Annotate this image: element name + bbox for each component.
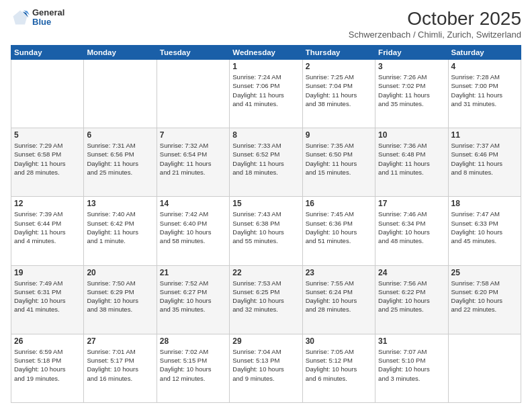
day-info: Sunrise: 7:55 AM Sunset: 6:24 PM Dayligh…	[306, 279, 372, 314]
logo-general-text: General	[32, 8, 64, 17]
day-number: 12	[14, 199, 81, 208]
calendar-cell: 12Sunrise: 7:39 AM Sunset: 6:44 PM Dayli…	[11, 197, 84, 265]
day-number: 17	[378, 199, 445, 208]
col-header-wednesday: Wednesday	[230, 46, 302, 60]
day-number: 4	[451, 62, 518, 71]
calendar-cell: 30Sunrise: 7:05 AM Sunset: 5:12 PM Dayli…	[302, 334, 375, 402]
day-number: 21	[160, 268, 226, 277]
day-number: 31	[378, 336, 445, 346]
col-header-monday: Monday	[84, 46, 157, 60]
day-info: Sunrise: 7:47 AM Sunset: 6:33 PM Dayligh…	[451, 210, 518, 245]
month-title: October 2025	[349, 8, 521, 30]
title-block: October 2025 Schwerzenbach / Chimli, Zur…	[349, 8, 521, 40]
day-info: Sunrise: 7:28 AM Sunset: 7:00 PM Dayligh…	[451, 73, 518, 108]
day-info: Sunrise: 7:53 AM Sunset: 6:25 PM Dayligh…	[232, 279, 299, 314]
calendar-cell: 13Sunrise: 7:40 AM Sunset: 6:42 PM Dayli…	[84, 197, 157, 265]
col-header-thursday: Thursday	[302, 46, 375, 60]
day-number: 29	[232, 336, 299, 346]
calendar-cell	[11, 60, 84, 128]
calendar-cell: 19Sunrise: 7:49 AM Sunset: 6:31 PM Dayli…	[11, 265, 84, 334]
day-number: 6	[87, 130, 153, 140]
day-number: 3	[378, 62, 445, 71]
day-info: Sunrise: 7:29 AM Sunset: 6:58 PM Dayligh…	[14, 141, 81, 177]
calendar-cell: 28Sunrise: 7:02 AM Sunset: 5:15 PM Dayli…	[157, 334, 229, 402]
calendar-header-row: SundayMondayTuesdayWednesdayThursdayFrid…	[11, 46, 521, 60]
calendar-cell: 8Sunrise: 7:33 AM Sunset: 6:52 PM Daylig…	[230, 128, 302, 197]
day-number: 28	[160, 336, 226, 346]
day-info: Sunrise: 7:58 AM Sunset: 6:20 PM Dayligh…	[451, 279, 518, 314]
calendar-cell: 3Sunrise: 7:26 AM Sunset: 7:02 PM Daylig…	[375, 60, 448, 128]
page: General Blue October 2025 Schwerzenbach …	[0, 0, 532, 411]
day-number: 24	[378, 268, 445, 277]
day-number: 25	[451, 268, 518, 277]
col-header-saturday: Saturday	[448, 46, 521, 60]
day-number: 11	[451, 130, 518, 140]
calendar-cell: 11Sunrise: 7:37 AM Sunset: 6:46 PM Dayli…	[448, 128, 521, 197]
day-number: 20	[87, 268, 153, 277]
day-number: 14	[160, 199, 226, 208]
calendar-cell: 18Sunrise: 7:47 AM Sunset: 6:33 PM Dayli…	[448, 197, 521, 265]
day-number: 10	[378, 130, 445, 140]
calendar-cell: 4Sunrise: 7:28 AM Sunset: 7:00 PM Daylig…	[448, 60, 521, 128]
day-number: 16	[306, 199, 372, 208]
day-info: Sunrise: 7:04 AM Sunset: 5:13 PM Dayligh…	[232, 347, 299, 383]
day-number: 26	[14, 336, 81, 346]
day-number: 9	[306, 130, 372, 140]
day-info: Sunrise: 7:56 AM Sunset: 6:22 PM Dayligh…	[378, 279, 445, 314]
day-info: Sunrise: 7:33 AM Sunset: 6:52 PM Dayligh…	[232, 141, 299, 177]
logo: General Blue	[11, 8, 64, 28]
day-info: Sunrise: 7:50 AM Sunset: 6:29 PM Dayligh…	[87, 279, 153, 314]
day-number: 15	[232, 199, 299, 208]
day-info: Sunrise: 7:43 AM Sunset: 6:38 PM Dayligh…	[232, 210, 299, 245]
location: Schwerzenbach / Chimli, Zurich, Switzerl…	[349, 30, 521, 40]
col-header-sunday: Sunday	[11, 46, 84, 60]
header: General Blue October 2025 Schwerzenbach …	[11, 8, 521, 40]
day-info: Sunrise: 7:45 AM Sunset: 6:36 PM Dayligh…	[306, 210, 372, 245]
col-header-tuesday: Tuesday	[157, 46, 229, 60]
calendar-cell: 5Sunrise: 7:29 AM Sunset: 6:58 PM Daylig…	[11, 128, 84, 197]
day-info: Sunrise: 7:05 AM Sunset: 5:12 PM Dayligh…	[306, 347, 372, 383]
calendar-cell: 10Sunrise: 7:36 AM Sunset: 6:48 PM Dayli…	[375, 128, 448, 197]
day-info: Sunrise: 7:07 AM Sunset: 5:10 PM Dayligh…	[378, 347, 445, 383]
day-info: Sunrise: 7:25 AM Sunset: 7:04 PM Dayligh…	[306, 73, 372, 108]
calendar-cell: 7Sunrise: 7:32 AM Sunset: 6:54 PM Daylig…	[157, 128, 229, 197]
calendar-cell	[157, 60, 229, 128]
day-info: Sunrise: 7:40 AM Sunset: 6:42 PM Dayligh…	[87, 210, 153, 245]
calendar-cell: 29Sunrise: 7:04 AM Sunset: 5:13 PM Dayli…	[230, 334, 302, 402]
day-number: 7	[160, 130, 226, 140]
day-info: Sunrise: 7:36 AM Sunset: 6:48 PM Dayligh…	[378, 141, 445, 177]
day-info: Sunrise: 7:39 AM Sunset: 6:44 PM Dayligh…	[14, 210, 81, 245]
day-info: Sunrise: 7:42 AM Sunset: 6:40 PM Dayligh…	[160, 210, 226, 245]
day-info: Sunrise: 7:32 AM Sunset: 6:54 PM Dayligh…	[160, 141, 226, 177]
day-number: 8	[232, 130, 299, 140]
calendar-cell: 2Sunrise: 7:25 AM Sunset: 7:04 PM Daylig…	[302, 60, 375, 128]
day-info: Sunrise: 7:37 AM Sunset: 6:46 PM Dayligh…	[451, 141, 518, 177]
calendar-cell: 15Sunrise: 7:43 AM Sunset: 6:38 PM Dayli…	[230, 197, 302, 265]
logo-text: General Blue	[32, 8, 64, 28]
calendar-cell: 6Sunrise: 7:31 AM Sunset: 6:56 PM Daylig…	[84, 128, 157, 197]
day-info: Sunrise: 7:35 AM Sunset: 6:50 PM Dayligh…	[306, 141, 372, 177]
calendar-cell	[84, 60, 157, 128]
calendar-cell: 31Sunrise: 7:07 AM Sunset: 5:10 PM Dayli…	[375, 334, 448, 402]
calendar-cell: 22Sunrise: 7:53 AM Sunset: 6:25 PM Dayli…	[230, 265, 302, 334]
calendar-cell: 17Sunrise: 7:46 AM Sunset: 6:34 PM Dayli…	[375, 197, 448, 265]
day-number: 5	[14, 130, 81, 140]
day-number: 18	[451, 199, 518, 208]
day-info: Sunrise: 7:26 AM Sunset: 7:02 PM Dayligh…	[378, 73, 445, 108]
calendar-cell: 27Sunrise: 7:01 AM Sunset: 5:17 PM Dayli…	[84, 334, 157, 402]
week-row-2: 5Sunrise: 7:29 AM Sunset: 6:58 PM Daylig…	[11, 128, 521, 197]
day-info: Sunrise: 7:52 AM Sunset: 6:27 PM Dayligh…	[160, 279, 226, 314]
day-number: 2	[306, 62, 372, 71]
day-info: Sunrise: 7:49 AM Sunset: 6:31 PM Dayligh…	[14, 279, 81, 314]
day-info: Sunrise: 7:24 AM Sunset: 7:06 PM Dayligh…	[232, 73, 299, 108]
calendar-cell: 16Sunrise: 7:45 AM Sunset: 6:36 PM Dayli…	[302, 197, 375, 265]
day-number: 1	[232, 62, 299, 71]
calendar-cell	[448, 334, 521, 402]
day-number: 13	[87, 199, 153, 208]
calendar-cell: 24Sunrise: 7:56 AM Sunset: 6:22 PM Dayli…	[375, 265, 448, 334]
calendar-cell: 14Sunrise: 7:42 AM Sunset: 6:40 PM Dayli…	[157, 197, 229, 265]
logo-icon	[11, 8, 30, 27]
day-info: Sunrise: 7:01 AM Sunset: 5:17 PM Dayligh…	[87, 347, 153, 383]
calendar-cell: 20Sunrise: 7:50 AM Sunset: 6:29 PM Dayli…	[84, 265, 157, 334]
day-number: 30	[306, 336, 372, 346]
